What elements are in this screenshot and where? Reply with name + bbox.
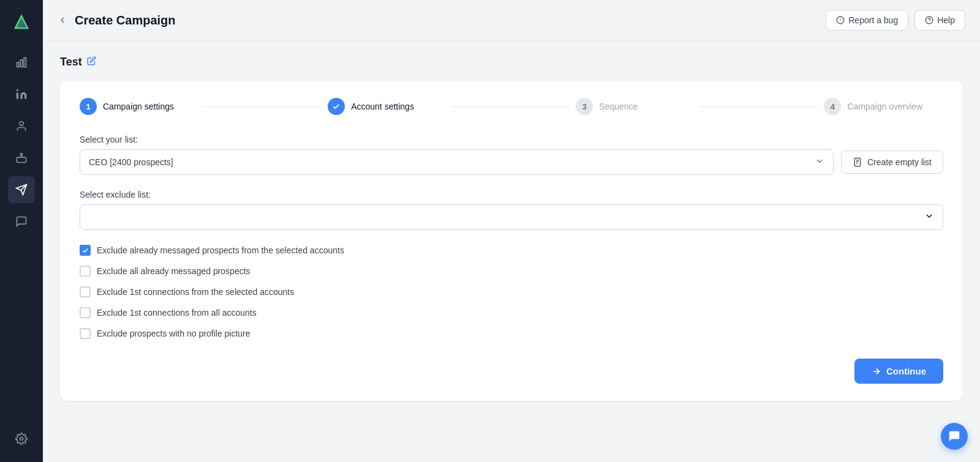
step-1-label: Campaign settings bbox=[103, 102, 174, 111]
exclude-chevron-icon bbox=[924, 211, 934, 223]
svg-rect-7 bbox=[17, 157, 26, 162]
step-2-label: Account settings bbox=[351, 102, 414, 111]
exclude-list-select[interactable] bbox=[80, 204, 943, 230]
list-select-value: CEO [2400 prospects] bbox=[89, 157, 173, 167]
report-bug-label: Report a bug bbox=[848, 15, 898, 25]
chat-bubble-button[interactable] bbox=[941, 423, 968, 450]
checkbox-row-2[interactable]: Exclude 1st connections from the selecte… bbox=[80, 286, 943, 297]
help-label: Help bbox=[937, 15, 955, 25]
topbar-left: Create Campaign bbox=[58, 13, 176, 28]
campaign-card: 1 Campaign settings Account settings 3 S… bbox=[60, 81, 963, 401]
checkbox-2[interactable] bbox=[80, 286, 91, 297]
step-1-circle: 1 bbox=[80, 98, 97, 115]
checkbox-0-label: Exclude already messaged prospects from … bbox=[97, 245, 344, 255]
step-connector-2 bbox=[452, 106, 571, 107]
list-select[interactable]: CEO [2400 prospects] bbox=[80, 149, 834, 175]
step-2-circle bbox=[328, 98, 345, 115]
list-select-section: Select your list: CEO [2400 prospects] C… bbox=[80, 135, 943, 175]
checkbox-list: Exclude already messaged prospects from … bbox=[80, 245, 943, 339]
checkbox-4[interactable] bbox=[80, 328, 91, 339]
continue-label: Continue bbox=[886, 366, 926, 376]
topbar: Create Campaign Report a bug Help bbox=[43, 0, 980, 41]
exclude-list-section: Select exclude list: bbox=[80, 190, 943, 230]
checkbox-row-1[interactable]: Exclude all already messaged prospects bbox=[80, 266, 943, 277]
steps-bar: 1 Campaign settings Account settings 3 S… bbox=[80, 98, 943, 115]
campaign-edit-icon[interactable] bbox=[87, 56, 96, 69]
svg-rect-4 bbox=[24, 58, 26, 67]
list-select-row: CEO [2400 prospects] Create empty list bbox=[80, 149, 943, 175]
step-connector-3 bbox=[700, 106, 820, 107]
checkbox-row-3[interactable]: Exclude 1st connections from all account… bbox=[80, 307, 943, 318]
checkbox-1[interactable] bbox=[80, 266, 91, 277]
step-4-label: Campaign overview bbox=[847, 102, 922, 111]
sidebar-item-bot[interactable] bbox=[8, 144, 35, 171]
step-connector-1 bbox=[204, 106, 323, 107]
page-title: Create Campaign bbox=[75, 13, 176, 28]
report-bug-button[interactable]: Report a bug bbox=[826, 10, 908, 31]
list-chevron-icon bbox=[815, 156, 824, 168]
exclude-list-select-row bbox=[80, 204, 943, 230]
checkbox-row-4[interactable]: Exclude prospects with no profile pictur… bbox=[80, 328, 943, 339]
step-3-label: Sequence bbox=[599, 102, 638, 111]
svg-rect-3 bbox=[20, 60, 22, 67]
step-2: Account settings bbox=[328, 98, 447, 115]
svg-point-5 bbox=[17, 89, 18, 91]
sidebar-item-people[interactable] bbox=[8, 113, 35, 140]
checkbox-4-label: Exclude prospects with no profile pictur… bbox=[97, 329, 251, 338]
sidebar bbox=[0, 0, 43, 462]
step-1: 1 Campaign settings bbox=[80, 98, 199, 115]
create-list-label: Create empty list bbox=[867, 157, 932, 167]
svg-point-9 bbox=[20, 438, 23, 441]
help-button[interactable]: Help bbox=[914, 10, 965, 31]
sidebar-item-analytics[interactable] bbox=[8, 49, 35, 76]
checkbox-0[interactable] bbox=[80, 245, 91, 256]
step-3: 3 Sequence bbox=[576, 98, 695, 115]
checkbox-3[interactable] bbox=[80, 307, 91, 318]
topbar-right: Report a bug Help bbox=[826, 10, 965, 31]
step-3-circle: 3 bbox=[576, 98, 593, 115]
app-logo bbox=[9, 10, 34, 34]
step-4-circle: 4 bbox=[824, 98, 841, 115]
svg-marker-1 bbox=[15, 16, 28, 28]
sidebar-item-messages[interactable] bbox=[8, 208, 35, 235]
svg-point-8 bbox=[20, 154, 22, 155]
checkbox-row-0[interactable]: Exclude already messaged prospects from … bbox=[80, 245, 943, 256]
svg-rect-2 bbox=[17, 62, 19, 67]
card-footer: Continue bbox=[80, 359, 943, 384]
exclude-list-label: Select exclude list: bbox=[80, 190, 943, 199]
sidebar-item-settings[interactable] bbox=[8, 425, 35, 452]
continue-button[interactable]: Continue bbox=[854, 359, 943, 384]
campaign-name-row: Test bbox=[60, 56, 963, 69]
checkbox-3-label: Exclude 1st connections from all account… bbox=[97, 308, 257, 318]
checkbox-1-label: Exclude all already messaged prospects bbox=[97, 266, 251, 276]
sidebar-item-linkedin[interactable] bbox=[8, 81, 35, 108]
create-empty-list-button[interactable]: Create empty list bbox=[841, 151, 943, 174]
page-area: Test 1 Campaign settings Ac bbox=[43, 41, 980, 462]
svg-point-6 bbox=[20, 122, 24, 126]
back-button[interactable] bbox=[58, 15, 67, 25]
main-content: Create Campaign Report a bug Help Test bbox=[43, 0, 980, 462]
checkbox-2-label: Exclude 1st connections from the selecte… bbox=[97, 287, 294, 297]
list-label: Select your list: bbox=[80, 135, 943, 144]
step-4: 4 Campaign overview bbox=[824, 98, 943, 115]
campaign-name-text: Test bbox=[60, 56, 82, 69]
sidebar-item-campaigns[interactable] bbox=[8, 176, 35, 203]
